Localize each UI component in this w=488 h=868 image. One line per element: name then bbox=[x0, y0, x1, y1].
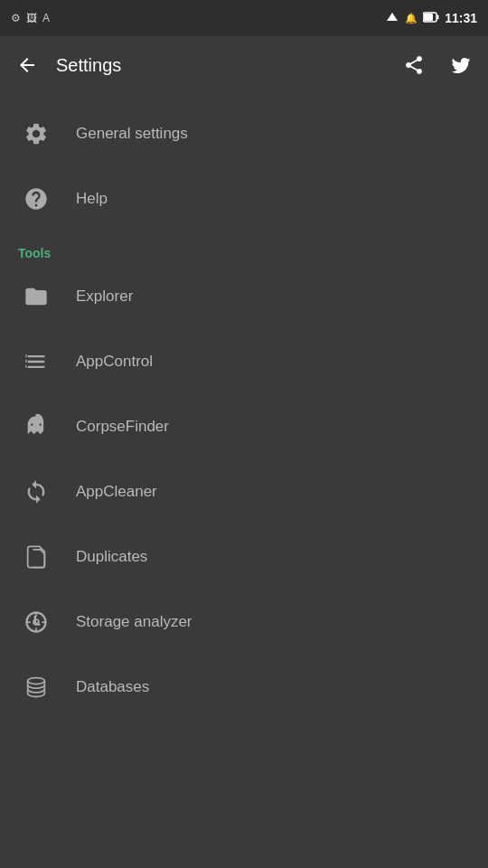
signal-icon bbox=[385, 11, 399, 26]
app-bar: Settings bbox=[0, 36, 488, 94]
general-settings-label: General settings bbox=[76, 125, 188, 143]
gear-icon bbox=[18, 116, 54, 152]
notif-icon-3: A bbox=[42, 12, 50, 24]
status-bar: ⚙ 🖼 A 🔔 11:31 bbox=[0, 0, 488, 36]
databases-icon bbox=[18, 669, 54, 705]
menu-item-storage-analyzer[interactable]: Storage analyzer bbox=[0, 590, 488, 655]
settings-list: General settings Help Tools Explorer bbox=[0, 94, 488, 727]
menu-item-duplicates[interactable]: Duplicates bbox=[0, 524, 488, 590]
duplicates-label: Duplicates bbox=[76, 548, 147, 566]
twitter-button[interactable] bbox=[443, 47, 479, 83]
menu-item-appcontrol[interactable]: AppControl bbox=[0, 329, 488, 394]
appcontrol-label: AppControl bbox=[76, 353, 153, 371]
appcontrol-icon bbox=[18, 344, 54, 380]
menu-item-explorer[interactable]: Explorer bbox=[0, 264, 488, 329]
page-title: Settings bbox=[56, 55, 385, 76]
ghost-icon bbox=[18, 409, 54, 445]
storage-analyzer-label: Storage analyzer bbox=[76, 613, 192, 631]
recycle-icon bbox=[18, 474, 54, 510]
menu-item-databases[interactable]: Databases bbox=[0, 655, 488, 720]
corpsefinder-label: CorpseFinder bbox=[76, 418, 169, 436]
appcleaner-label: AppCleaner bbox=[76, 483, 157, 501]
help-label: Help bbox=[76, 190, 108, 208]
svg-rect-1 bbox=[437, 14, 439, 19]
tools-section-header: Tools bbox=[0, 231, 488, 264]
status-bar-left: ⚙ 🖼 A bbox=[11, 12, 50, 24]
duplicates-icon bbox=[18, 539, 54, 575]
back-button[interactable] bbox=[9, 47, 45, 83]
svg-rect-4 bbox=[25, 360, 26, 363]
question-icon bbox=[18, 181, 54, 217]
notification-icon: 🔔 bbox=[405, 13, 418, 24]
svg-rect-2 bbox=[424, 14, 433, 21]
menu-item-help[interactable]: Help bbox=[0, 166, 488, 231]
share-button[interactable] bbox=[396, 47, 432, 83]
databases-label: Databases bbox=[76, 678, 149, 696]
menu-item-corpsefinder[interactable]: CorpseFinder bbox=[0, 394, 488, 459]
notif-icon-1: ⚙ bbox=[11, 12, 21, 24]
status-bar-right: 🔔 11:31 bbox=[385, 11, 477, 26]
menu-item-general-settings[interactable]: General settings bbox=[0, 101, 488, 166]
svg-rect-5 bbox=[25, 365, 26, 369]
svg-rect-3 bbox=[25, 354, 26, 358]
explorer-label: Explorer bbox=[76, 288, 133, 306]
time-display: 11:31 bbox=[445, 11, 477, 25]
folder-icon bbox=[18, 278, 54, 315]
notif-icon-2: 🖼 bbox=[26, 12, 37, 24]
storage-analyzer-icon bbox=[18, 604, 54, 640]
svg-point-7 bbox=[28, 678, 45, 684]
menu-item-appcleaner[interactable]: AppCleaner bbox=[0, 459, 488, 524]
battery-icon bbox=[423, 12, 439, 25]
